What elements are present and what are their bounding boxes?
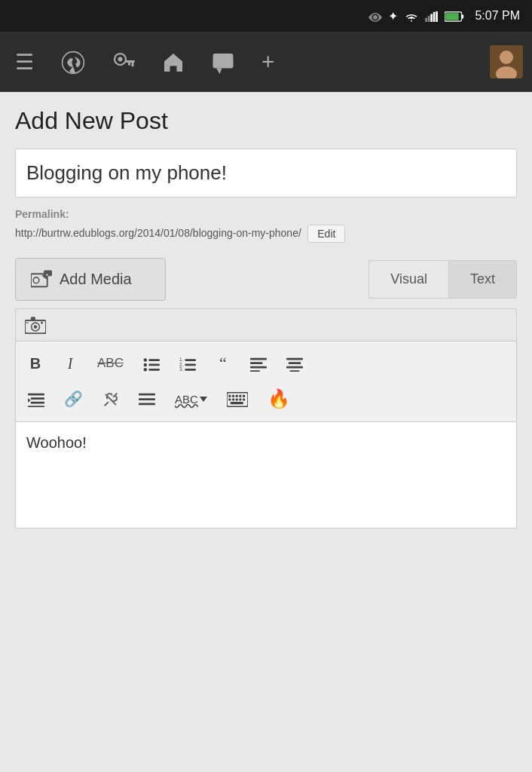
svg-rect-7 (446, 13, 459, 20)
avatar[interactable] (490, 45, 523, 78)
text-tab[interactable]: Text (448, 260, 517, 299)
svg-rect-14 (213, 54, 234, 69)
e-logo-icon[interactable] (55, 43, 91, 80)
add-media-button[interactable]: + Add Media (15, 258, 166, 301)
ordered-list-button[interactable]: 1. 2. 3. (176, 354, 199, 374)
svg-rect-0 (426, 18, 428, 22)
svg-rect-41 (185, 369, 196, 371)
camera-icon[interactable] (25, 315, 46, 334)
add-icon[interactable]: + (255, 43, 281, 81)
home-icon[interactable] (156, 44, 191, 80)
bold-button[interactable]: B (25, 354, 46, 374)
unordered-list-button[interactable] (140, 354, 163, 374)
svg-rect-39 (185, 364, 196, 366)
svg-marker-15 (216, 69, 222, 75)
permalink-section: Permalink: http://burtrw.edublogs.org/20… (15, 208, 517, 243)
svg-marker-54 (28, 399, 31, 403)
svg-rect-6 (462, 14, 464, 18)
svg-rect-52 (31, 402, 44, 404)
svg-point-34 (144, 368, 148, 372)
svg-text:+: + (45, 271, 48, 277)
indent-button[interactable] (25, 389, 47, 409)
svg-rect-27 (31, 317, 35, 320)
editor-container: B I ABC 1. (15, 308, 517, 528)
editor-top-toolbar (16, 309, 516, 342)
blockquote-button[interactable]: “ (212, 352, 234, 375)
svg-rect-49 (290, 371, 300, 372)
svg-rect-67 (232, 399, 234, 401)
svg-rect-64 (239, 395, 241, 397)
svg-rect-45 (250, 371, 260, 372)
svg-rect-11 (125, 60, 136, 63)
svg-rect-50 (28, 394, 44, 396)
media-toolbar-row: + Add Media Visual Text (15, 258, 517, 301)
svg-rect-47 (289, 363, 301, 365)
visual-tab[interactable]: Visual (368, 260, 448, 299)
editor-content[interactable]: Woohoo! (16, 422, 516, 528)
svg-point-28 (41, 322, 43, 324)
svg-rect-65 (243, 395, 245, 397)
bluetooth-icon: ✦ (388, 9, 398, 23)
permalink-edit-button[interactable]: Edit (307, 225, 345, 243)
signal-icon (425, 10, 439, 22)
svg-rect-68 (236, 399, 238, 401)
permalink-base: http://burtrw.edublogs.org/2014/01/08/ (15, 227, 193, 239)
svg-rect-51 (31, 398, 44, 400)
svg-point-10 (118, 57, 123, 62)
svg-rect-56 (139, 394, 155, 396)
svg-rect-44 (250, 366, 267, 369)
align-left-button[interactable] (247, 354, 270, 374)
svg-rect-58 (139, 403, 155, 406)
unlink-button[interactable] (99, 388, 122, 409)
link-button[interactable]: 🔗 (61, 388, 86, 409)
view-tabs: Visual Text (368, 260, 517, 299)
svg-point-20 (33, 277, 39, 283)
chat-icon[interactable] (206, 44, 240, 80)
status-icons: ✦ 5:07 PM (368, 9, 520, 23)
eye-icon (368, 10, 382, 23)
svg-rect-70 (243, 399, 245, 401)
page-title: Add New Post (15, 107, 517, 135)
svg-rect-31 (148, 360, 160, 362)
status-bar: ✦ 5:07 PM (0, 0, 532, 32)
svg-rect-53 (28, 406, 44, 408)
svg-rect-46 (286, 358, 303, 360)
editor-text: Woohoo! (26, 434, 87, 451)
svg-rect-62 (232, 395, 234, 397)
svg-text:3.: 3. (179, 366, 184, 372)
post-title-input[interactable] (15, 149, 517, 198)
svg-rect-48 (286, 366, 303, 369)
svg-rect-35 (148, 369, 160, 371)
status-time: 5:07 PM (475, 9, 520, 23)
italic-button[interactable]: I (60, 354, 81, 374)
svg-rect-1 (428, 16, 430, 22)
svg-rect-4 (436, 11, 439, 22)
wifi-icon (404, 10, 419, 22)
strikethrough-button[interactable]: ABC (94, 354, 127, 372)
svg-point-30 (144, 359, 148, 363)
add-media-label: Add Media (60, 271, 132, 288)
key-icon[interactable] (106, 44, 141, 80)
horizontal-rule-button[interactable] (136, 389, 158, 409)
svg-rect-37 (185, 360, 196, 362)
svg-rect-33 (148, 364, 160, 366)
svg-rect-66 (228, 399, 231, 401)
align-center-button[interactable] (283, 354, 306, 374)
main-content: Add New Post Permalink: http://burtrw.ed… (0, 92, 532, 544)
svg-point-26 (34, 325, 38, 329)
svg-rect-2 (431, 14, 433, 22)
svg-rect-3 (433, 12, 436, 22)
svg-marker-59 (200, 397, 207, 402)
svg-rect-13 (128, 63, 130, 66)
menu-icon[interactable]: ☰ (9, 44, 40, 81)
svg-rect-61 (228, 395, 231, 397)
permalink-slug: blogging-on-my-phone/ (193, 227, 301, 239)
fire-button[interactable]: 🔥 (264, 387, 293, 411)
nav-bar: ☰ + (0, 32, 532, 92)
svg-rect-63 (236, 395, 238, 397)
svg-rect-57 (139, 399, 155, 401)
spellcheck-button[interactable]: ABC (172, 391, 210, 407)
toolbar-row-1: B I ABC 1. (22, 349, 510, 378)
keyboard-button[interactable] (224, 389, 251, 409)
svg-point-17 (500, 51, 513, 64)
